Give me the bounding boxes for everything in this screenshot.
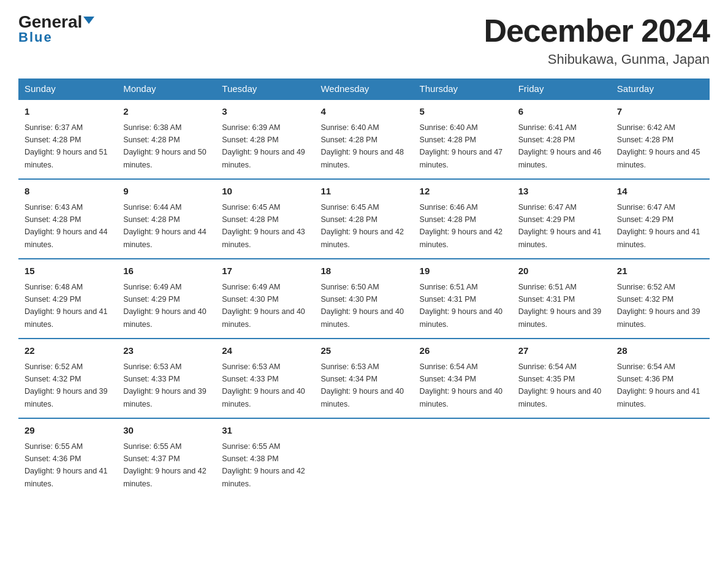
page-header: General Blue December 2024 Shibukawa, Gu… <box>18 12 710 67</box>
table-row: 21 Sunrise: 6:52 AMSunset: 4:32 PMDaylig… <box>611 259 710 339</box>
table-row <box>314 418 413 497</box>
table-row: 19 Sunrise: 6:51 AMSunset: 4:31 PMDaylig… <box>414 259 512 339</box>
table-row: 25 Sunrise: 6:53 AMSunset: 4:34 PMDaylig… <box>314 339 413 418</box>
table-row: 3 Sunrise: 6:39 AMSunset: 4:28 PMDayligh… <box>216 99 314 179</box>
day-info: Sunrise: 6:53 AMSunset: 4:33 PMDaylight:… <box>222 362 305 408</box>
table-row: 5 Sunrise: 6:40 AMSunset: 4:28 PMDayligh… <box>414 99 512 179</box>
table-row: 15 Sunrise: 6:48 AMSunset: 4:29 PMDaylig… <box>18 259 117 339</box>
table-row: 17 Sunrise: 6:49 AMSunset: 4:30 PMDaylig… <box>216 259 314 339</box>
day-info: Sunrise: 6:43 AMSunset: 4:28 PMDaylight:… <box>25 203 108 249</box>
day-info: Sunrise: 6:38 AMSunset: 4:28 PMDaylight:… <box>123 123 207 169</box>
day-info: Sunrise: 6:37 AMSunset: 4:28 PMDaylight:… <box>25 123 108 169</box>
day-number: 16 <box>123 264 210 278</box>
day-number: 31 <box>222 424 308 438</box>
day-number: 11 <box>320 185 407 199</box>
day-number: 23 <box>123 344 210 358</box>
day-number: 7 <box>617 105 703 119</box>
day-info: Sunrise: 6:42 AMSunset: 4:28 PMDaylight:… <box>617 123 700 169</box>
day-number: 22 <box>25 344 111 358</box>
day-info: Sunrise: 6:54 AMSunset: 4:34 PMDaylight:… <box>420 362 503 408</box>
table-row: 12 Sunrise: 6:46 AMSunset: 4:28 PMDaylig… <box>414 179 512 259</box>
table-row: 11 Sunrise: 6:45 AMSunset: 4:28 PMDaylig… <box>314 179 413 259</box>
table-row: 30 Sunrise: 6:55 AMSunset: 4:37 PMDaylig… <box>117 418 216 497</box>
table-row <box>611 418 710 497</box>
col-monday: Monday <box>117 79 216 99</box>
table-row: 24 Sunrise: 6:53 AMSunset: 4:33 PMDaylig… <box>216 339 314 418</box>
day-number: 6 <box>518 105 605 119</box>
col-friday: Friday <box>512 79 611 99</box>
day-number: 20 <box>518 264 605 278</box>
logo: General Blue <box>18 12 94 45</box>
table-row: 29 Sunrise: 6:55 AMSunset: 4:36 PMDaylig… <box>18 418 117 497</box>
day-number: 12 <box>420 185 506 199</box>
day-info: Sunrise: 6:55 AMSunset: 4:36 PMDaylight:… <box>25 442 108 488</box>
title-block: December 2024 Shibukawa, Gunma, Japan <box>483 12 710 67</box>
table-row: 23 Sunrise: 6:53 AMSunset: 4:33 PMDaylig… <box>117 339 216 418</box>
table-row: 26 Sunrise: 6:54 AMSunset: 4:34 PMDaylig… <box>414 339 512 418</box>
day-number: 19 <box>420 264 506 278</box>
table-row: 28 Sunrise: 6:54 AMSunset: 4:36 PMDaylig… <box>611 339 710 418</box>
day-number: 21 <box>617 264 703 278</box>
day-info: Sunrise: 6:52 AMSunset: 4:32 PMDaylight:… <box>617 283 700 329</box>
table-row: 31 Sunrise: 6:55 AMSunset: 4:38 PMDaylig… <box>216 418 314 497</box>
table-row: 2 Sunrise: 6:38 AMSunset: 4:28 PMDayligh… <box>117 99 216 179</box>
day-number: 15 <box>25 264 111 278</box>
table-row <box>414 418 512 497</box>
day-number: 13 <box>518 185 605 199</box>
day-info: Sunrise: 6:53 AMSunset: 4:34 PMDaylight:… <box>320 362 404 408</box>
day-number: 29 <box>25 424 111 438</box>
day-info: Sunrise: 6:40 AMSunset: 4:28 PMDaylight:… <box>420 123 503 169</box>
day-info: Sunrise: 6:44 AMSunset: 4:28 PMDaylight:… <box>123 203 207 249</box>
day-number: 30 <box>123 424 210 438</box>
day-info: Sunrise: 6:39 AMSunset: 4:28 PMDaylight:… <box>222 123 305 169</box>
table-row: 18 Sunrise: 6:50 AMSunset: 4:30 PMDaylig… <box>314 259 413 339</box>
calendar-week-row: 15 Sunrise: 6:48 AMSunset: 4:29 PMDaylig… <box>18 259 710 339</box>
day-number: 27 <box>518 344 605 358</box>
calendar-week-row: 22 Sunrise: 6:52 AMSunset: 4:32 PMDaylig… <box>18 339 710 418</box>
day-info: Sunrise: 6:40 AMSunset: 4:28 PMDaylight:… <box>320 123 404 169</box>
table-row <box>512 418 611 497</box>
col-thursday: Thursday <box>414 79 512 99</box>
logo-arrow-icon <box>83 15 94 26</box>
day-info: Sunrise: 6:41 AMSunset: 4:28 PMDaylight:… <box>518 123 602 169</box>
day-info: Sunrise: 6:47 AMSunset: 4:29 PMDaylight:… <box>617 203 700 249</box>
day-number: 8 <box>25 185 111 199</box>
table-row: 16 Sunrise: 6:49 AMSunset: 4:29 PMDaylig… <box>117 259 216 339</box>
day-info: Sunrise: 6:51 AMSunset: 4:31 PMDaylight:… <box>420 283 503 329</box>
day-info: Sunrise: 6:53 AMSunset: 4:33 PMDaylight:… <box>123 362 207 408</box>
day-number: 14 <box>617 185 703 199</box>
day-number: 9 <box>123 185 210 199</box>
day-info: Sunrise: 6:49 AMSunset: 4:29 PMDaylight:… <box>123 283 207 329</box>
col-saturday: Saturday <box>611 79 710 99</box>
day-number: 2 <box>123 105 210 119</box>
svg-marker-0 <box>83 17 94 24</box>
day-number: 18 <box>320 264 407 278</box>
day-info: Sunrise: 6:50 AMSunset: 4:30 PMDaylight:… <box>320 283 404 329</box>
day-number: 25 <box>320 344 407 358</box>
col-tuesday: Tuesday <box>216 79 314 99</box>
day-info: Sunrise: 6:47 AMSunset: 4:29 PMDaylight:… <box>518 203 602 249</box>
table-row: 7 Sunrise: 6:42 AMSunset: 4:28 PMDayligh… <box>611 99 710 179</box>
calendar-table: Sunday Monday Tuesday Wednesday Thursday… <box>18 79 710 497</box>
day-number: 17 <box>222 264 308 278</box>
table-row: 20 Sunrise: 6:51 AMSunset: 4:31 PMDaylig… <box>512 259 611 339</box>
table-row: 1 Sunrise: 6:37 AMSunset: 4:28 PMDayligh… <box>18 99 117 179</box>
day-number: 5 <box>420 105 506 119</box>
day-info: Sunrise: 6:45 AMSunset: 4:28 PMDaylight:… <box>222 203 305 249</box>
day-info: Sunrise: 6:51 AMSunset: 4:31 PMDaylight:… <box>518 283 602 329</box>
table-row: 6 Sunrise: 6:41 AMSunset: 4:28 PMDayligh… <box>512 99 611 179</box>
day-info: Sunrise: 6:55 AMSunset: 4:37 PMDaylight:… <box>123 442 207 488</box>
day-number: 10 <box>222 185 308 199</box>
day-number: 24 <box>222 344 308 358</box>
table-row: 27 Sunrise: 6:54 AMSunset: 4:35 PMDaylig… <box>512 339 611 418</box>
day-number: 26 <box>420 344 506 358</box>
day-info: Sunrise: 6:54 AMSunset: 4:36 PMDaylight:… <box>617 362 700 408</box>
day-info: Sunrise: 6:55 AMSunset: 4:38 PMDaylight:… <box>222 442 305 488</box>
table-row: 13 Sunrise: 6:47 AMSunset: 4:29 PMDaylig… <box>512 179 611 259</box>
calendar-header-row: Sunday Monday Tuesday Wednesday Thursday… <box>18 79 710 99</box>
calendar-week-row: 8 Sunrise: 6:43 AMSunset: 4:28 PMDayligh… <box>18 179 710 259</box>
page-title: December 2024 <box>483 12 710 49</box>
day-info: Sunrise: 6:54 AMSunset: 4:35 PMDaylight:… <box>518 362 602 408</box>
day-info: Sunrise: 6:48 AMSunset: 4:29 PMDaylight:… <box>25 283 108 329</box>
table-row: 14 Sunrise: 6:47 AMSunset: 4:29 PMDaylig… <box>611 179 710 259</box>
